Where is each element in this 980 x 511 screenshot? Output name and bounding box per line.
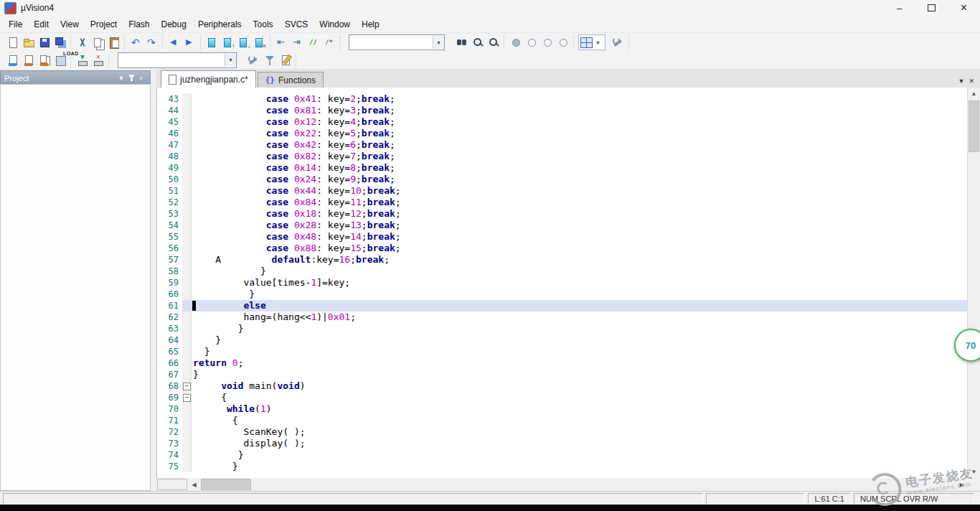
save-all-button[interactable] [52, 34, 68, 50]
build-button[interactable] [21, 52, 37, 68]
code-line[interactable]: 52 case 0x84: key=11;break; [157, 197, 968, 208]
code-line[interactable]: 45 case 0x12: key=4;break; [157, 116, 968, 128]
tab-juzhengjianpan[interactable]: juzhengjianpan.c* [161, 70, 256, 88]
code-line[interactable]: 61 else [157, 300, 968, 311]
panel-menu-icon[interactable]: ▼ [116, 73, 126, 83]
find-button[interactable] [470, 34, 486, 50]
code-editor[interactable]: 43 case 0x41: key=2;break;44 case 0x81: … [156, 88, 968, 478]
nav-forward-button[interactable] [182, 34, 198, 50]
bookmark-button[interactable] [204, 34, 220, 50]
code-line[interactable]: 53 case 0x18: key=12;break; [157, 208, 968, 220]
chevron-down-icon[interactable]: ▼ [225, 54, 236, 67]
tab-functions[interactable]: {} Functions [258, 72, 324, 88]
code-line[interactable]: 54 case 0x28: key=13;break; [157, 220, 968, 231]
target-options-button[interactable] [246, 52, 262, 68]
code-line[interactable]: 57 A default:key=16;break; [157, 254, 968, 266]
menu-item-window[interactable]: Window [314, 17, 356, 32]
tab-list-icon[interactable]: ▼ [958, 78, 965, 85]
code-line[interactable]: 59 value[times-1]=key; [157, 277, 968, 289]
code-line[interactable]: 67} [157, 369, 968, 380]
code-line[interactable]: 73 display( ); [157, 438, 968, 449]
menu-item-file[interactable]: File [3, 17, 28, 32]
code-line[interactable]: 70 while(1) [157, 403, 968, 415]
bp-hollow-1-button[interactable] [524, 34, 540, 50]
menu-item-tools[interactable]: Tools [248, 17, 279, 32]
search-combo[interactable]: ▼ [349, 34, 445, 50]
uncomment-button[interactable] [321, 34, 337, 50]
fold-margin[interactable]: − [182, 380, 192, 392]
menu-item-help[interactable]: Help [356, 17, 385, 32]
scroll-left-icon[interactable]: ◀ [188, 478, 200, 491]
close-button[interactable] [948, 0, 980, 16]
bp-filled-button[interactable] [508, 34, 524, 50]
configure-button[interactable] [611, 34, 626, 50]
fold-collapse-icon[interactable]: − [183, 383, 191, 390]
horizontal-scroll-thumb[interactable] [201, 479, 251, 490]
find-in-files-button[interactable] [454, 34, 470, 50]
menu-item-svcs[interactable]: SVCS [279, 17, 314, 32]
menu-item-peripherals[interactable]: Peripherals [192, 17, 248, 32]
panel-splitter[interactable] [151, 69, 156, 491]
code-line[interactable]: 62 hang=(hang<<1)|0x01; [157, 311, 968, 323]
window-layout-combo[interactable]: ▼ [578, 34, 606, 50]
magnifier-button[interactable] [486, 34, 501, 50]
pane-split-grip[interactable] [157, 479, 187, 490]
panel-close-icon[interactable]: × [136, 73, 146, 83]
open-file-button[interactable] [21, 34, 37, 50]
horizontal-scrollbar[interactable]: ◀ ▶ [188, 478, 968, 491]
code-line[interactable]: 60 } [157, 289, 968, 300]
cut-button[interactable] [75, 34, 90, 50]
bookmark-next-button[interactable] [236, 34, 252, 50]
code-line[interactable]: 74 } [157, 449, 968, 461]
code-line[interactable]: 44 case 0x81: key=3;break; [157, 105, 968, 116]
code-line[interactable]: 71 { [157, 415, 968, 426]
code-line[interactable]: 75 } [157, 461, 968, 472]
vertical-scroll-thumb[interactable] [969, 100, 979, 152]
nav-back-button[interactable] [166, 34, 182, 50]
code-line[interactable]: 65 } [157, 346, 968, 357]
code-line[interactable]: 47 case 0x42: key=6;break; [157, 139, 968, 151]
undo-button[interactable] [128, 34, 144, 50]
code-line[interactable]: 43 case 0x41: key=2;break; [157, 93, 968, 105]
code-line[interactable]: 49 case 0x14: key=8;break; [157, 162, 968, 174]
code-line[interactable]: 64 } [157, 334, 968, 346]
pin-icon[interactable] [126, 73, 136, 83]
fold-margin[interactable]: − [182, 392, 192, 403]
project-tree[interactable] [0, 84, 151, 491]
code-line[interactable]: 48 case 0x82: key=7;break; [157, 151, 968, 162]
flash-erase-button[interactable] [90, 52, 106, 68]
new-file-button[interactable] [5, 34, 21, 50]
menu-item-edit[interactable]: Edit [28, 17, 55, 32]
bookmark-clear-button[interactable] [252, 34, 268, 50]
minimize-button[interactable] [883, 0, 915, 16]
bookmark-prev-button[interactable] [220, 34, 236, 50]
comment-button[interactable] [306, 34, 321, 50]
menu-item-flash[interactable]: Flash [123, 17, 155, 32]
document-close-icon[interactable]: ✕ [969, 78, 974, 85]
menu-item-view[interactable]: View [55, 17, 85, 32]
paste-button[interactable] [106, 34, 122, 50]
fold-collapse-icon[interactable]: − [183, 394, 191, 402]
scroll-up-icon[interactable]: ▲ [968, 88, 980, 100]
chevron-down-icon[interactable]: ▼ [433, 36, 444, 49]
target-select-combo[interactable]: ▼ [118, 52, 237, 68]
copy-button[interactable] [90, 34, 106, 50]
code-line[interactable]: 50 case 0x24: key=9;break; [157, 174, 968, 185]
bp-hollow-2-button[interactable] [540, 34, 555, 50]
redo-button[interactable] [144, 34, 160, 50]
indent-more-button[interactable] [290, 34, 306, 50]
menu-item-debug[interactable]: Debug [156, 17, 192, 32]
chevron-down-icon[interactable]: ▼ [593, 36, 603, 49]
code-line[interactable]: 66return 0; [157, 357, 968, 369]
code-line[interactable]: 56 case 0x88: key=15;break; [157, 243, 968, 254]
code-line[interactable]: 68− void main(void) [157, 380, 968, 392]
code-line[interactable]: 51 case 0x44: key=10;break; [157, 185, 968, 197]
save-button[interactable] [37, 34, 52, 50]
bp-hollow-3-button[interactable] [555, 34, 571, 50]
code-line[interactable]: 46 case 0x22: key=5;break; [157, 128, 968, 139]
translate-button[interactable] [5, 52, 21, 68]
code-line[interactable]: 58 } [157, 266, 968, 277]
vertical-scrollbar[interactable]: ▲ ▼ [967, 88, 980, 478]
rebuild-button[interactable] [37, 52, 52, 68]
indent-less-button[interactable] [274, 34, 290, 50]
